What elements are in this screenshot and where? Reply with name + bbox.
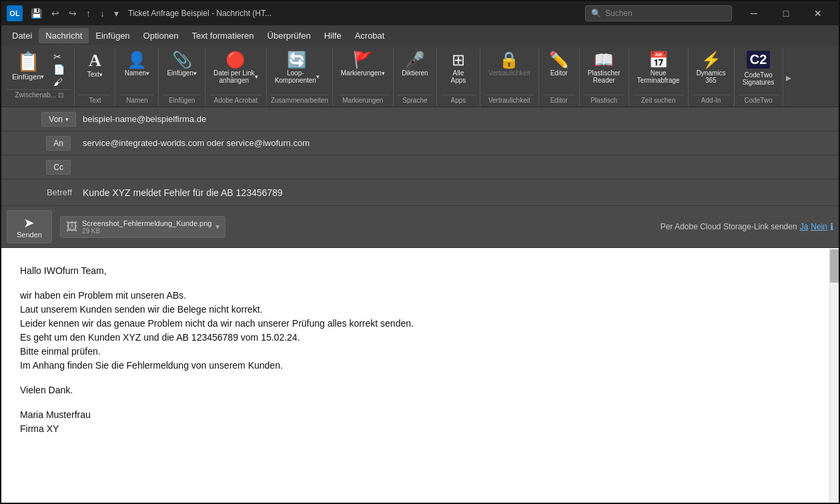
- send-button[interactable]: ➤ Senden: [7, 210, 52, 243]
- ribbon-group-dynamics: ⚡ Dynamics365 Add-In: [689, 48, 735, 107]
- body-line4: Es geht um den Kunden XYZ und die AB 123…: [20, 331, 811, 345]
- editor-group-label: Editor: [543, 95, 575, 107]
- namen-button[interactable]: 👤 Namen▾: [119, 48, 154, 79]
- subject-label: Betreff: [7, 187, 80, 197]
- up-icon[interactable]: ↑: [83, 7, 93, 20]
- dynamics-button[interactable]: ⚡ Dynamics365: [693, 48, 730, 87]
- cloud-banner-text: Per Adobe Cloud Storage-Link senden: [661, 222, 797, 231]
- ribbon-group-sprache: 🎤 Diktieren Sprache: [394, 48, 437, 107]
- title-bar: OL 💾 ↩ ↪ ↑ ↓ ▾ Ticket Anfrage Beispiel -…: [1, 1, 839, 25]
- window-controls: ─ □ ✕: [739, 1, 833, 25]
- search-bar[interactable]: 🔍 Suchen: [585, 5, 732, 21]
- send-arrow-icon: ➤: [23, 215, 35, 231]
- copy-icon: 📄: [53, 64, 65, 75]
- attachment-name: Screenshot_Fehlermeldung_Kunde.png: [82, 219, 212, 227]
- calendar-icon: 📅: [649, 51, 669, 69]
- terminabfrage-button[interactable]: 📅 NeueTerminabfrage: [633, 48, 684, 87]
- cloud-no-link[interactable]: Nein: [811, 222, 827, 231]
- text-button[interactable]: A Text▾: [79, 48, 111, 81]
- ribbon: 📋 Einfügen▾ ✂ 📄 🖌 Zwischenab... ⊡ A: [1, 45, 839, 107]
- menu-nachricht[interactable]: Nachricht: [39, 28, 89, 43]
- plastisch-group-label: Plastisch: [584, 95, 624, 107]
- editor-button[interactable]: ✏️ Editor: [543, 48, 575, 79]
- menu-text-formatieren[interactable]: Text formatieren: [185, 28, 260, 43]
- format-button[interactable]: 🖌: [49, 76, 71, 88]
- attachment-dropdown-icon[interactable]: ▾: [216, 222, 220, 231]
- menu-acrobat[interactable]: Acrobat: [348, 28, 392, 43]
- clipboard-label: Zwischenab... ⊡: [7, 89, 71, 101]
- menu-datei[interactable]: Datei: [5, 28, 39, 43]
- menu-einfügen[interactable]: Einfügen: [89, 28, 136, 43]
- undo-icon[interactable]: ↩: [49, 7, 62, 20]
- down-icon[interactable]: ↓: [97, 7, 107, 20]
- menu-optionen[interactable]: Optionen: [137, 28, 185, 43]
- menu-hilfe[interactable]: Hilfe: [318, 28, 348, 43]
- apps-group-label: Apps: [441, 95, 476, 107]
- menu-überprüfen[interactable]: Überprüfen: [261, 28, 318, 43]
- cloud-info-icon[interactable]: ℹ: [830, 221, 833, 232]
- reader-button[interactable]: 📖 PlastischerReader: [584, 48, 624, 87]
- ribbon-expand-icon[interactable]: ▸: [786, 71, 791, 84]
- adobe-group-label: Adobe Acrobat: [209, 95, 262, 107]
- adobe-icon: 🔴: [226, 51, 246, 69]
- subject-field: Betreff Kunde XYZ meldet Fehler für die …: [1, 179, 839, 206]
- cc-button[interactable]: Cc: [46, 160, 71, 175]
- cc-value[interactable]: [80, 165, 833, 170]
- cloud-yes-link[interactable]: Ja: [800, 222, 809, 231]
- maximize-button[interactable]: □: [771, 1, 801, 25]
- attachment-item[interactable]: 🖼 Screenshot_Fehlermeldung_Kunde.png 29 …: [60, 216, 226, 238]
- body-line6: Im Anhang finden Sie die Fehlermeldung v…: [20, 359, 811, 373]
- minimize-button[interactable]: ─: [739, 1, 769, 25]
- copy-button[interactable]: 📄: [49, 63, 71, 75]
- editor-icon: ✏️: [549, 51, 569, 69]
- loop-icon: 🔄: [287, 51, 307, 69]
- terminabfrage-group-label: Zeit suchen: [633, 95, 684, 107]
- codetwo-button[interactable]: C2 CodeTwoSignatures: [739, 48, 779, 89]
- ribbon-group-einfügen: 📎 Einfügen▾ Einfügen: [159, 48, 205, 107]
- markierungen-icon: 🚩: [353, 51, 373, 69]
- ribbon-more: ▸: [783, 48, 794, 107]
- email-body-container: Hallo IWOfurn Team, wir haben ein Proble…: [1, 248, 839, 503]
- diktieren-icon: 🎤: [405, 51, 425, 69]
- attach-button[interactable]: 📎 Einfügen▾: [163, 48, 200, 79]
- cut-icon: ✂: [53, 51, 61, 62]
- body-line3: Leider kennen wir das genaue Problem nic…: [20, 317, 811, 331]
- einfügen-group-label: Einfügen: [163, 95, 200, 107]
- cloud-banner: Per Adobe Cloud Storage-Link senden Ja N…: [661, 221, 833, 232]
- ribbon-group-clipboard: 📋 Einfügen▾ ✂ 📄 🖌 Zwischenab... ⊡: [4, 48, 75, 107]
- dynamics-group-label: Add-In: [693, 95, 730, 107]
- greeting-line: Hallo IWOfurn Team,: [20, 264, 811, 278]
- subject-value[interactable]: Kunde XYZ meldet Fehler für die AB 12345…: [80, 185, 833, 201]
- dropdown-icon[interactable]: ▾: [111, 7, 121, 20]
- loop-button[interactable]: 🔄 Loop-Komponenten▾: [271, 48, 324, 87]
- search-icon: 🔍: [591, 9, 601, 18]
- scrollbar[interactable]: [829, 248, 839, 503]
- dynamics-icon: ⚡: [701, 51, 721, 69]
- email-body[interactable]: Hallo IWOfurn Team, wir haben ein Proble…: [1, 248, 829, 503]
- vertraulichkeit-button[interactable]: 🔒 Vertraulichkeit: [484, 48, 534, 79]
- redo-icon[interactable]: ↪: [66, 7, 79, 20]
- menu-bar: Datei Nachricht Einfügen Optionen Text f…: [1, 25, 839, 45]
- save-icon[interactable]: 💾: [28, 7, 45, 20]
- to-button[interactable]: An: [46, 136, 71, 151]
- ribbon-group-editor: ✏️ Editor Editor: [539, 48, 580, 107]
- ribbon-group-zusammen: 🔄 Loop-Komponenten▾ Zusammenarbeiten: [267, 48, 333, 107]
- codetwo-group-label: CodeTwo: [739, 95, 779, 107]
- markierungen-button[interactable]: 🚩 Markierungen▾: [337, 48, 389, 79]
- sprache-group-label: Sprache: [398, 95, 432, 107]
- file-icon: 🖼: [66, 220, 78, 234]
- cut-button[interactable]: ✂: [49, 51, 71, 63]
- from-button[interactable]: Von ▾: [41, 112, 76, 127]
- email-compose-area: Von ▾ beispiel-name@beispielfirma.de An …: [1, 107, 839, 503]
- from-value: beispiel-name@beispielfirma.de: [80, 111, 833, 127]
- ribbon-group-vertraulichkeit: 🔒 Vertraulichkeit Vertraulichkeit: [480, 48, 539, 107]
- apps-button[interactable]: ⊞ AlleApps: [441, 48, 476, 87]
- codetwo-icon: C2: [747, 51, 771, 69]
- scrollbar-thumb[interactable]: [830, 249, 839, 283]
- close-button[interactable]: ✕: [803, 1, 833, 25]
- to-field: An service@integrated-worlds.com oder se…: [1, 131, 839, 155]
- apps-icon: ⊞: [452, 51, 465, 69]
- adobe-link-button[interactable]: 🔴 Datei per Linkanhängen▾: [209, 48, 262, 87]
- diktieren-button[interactable]: 🎤 Diktieren: [398, 48, 432, 79]
- einfügen-button[interactable]: 📋 Einfügen▾: [7, 48, 49, 83]
